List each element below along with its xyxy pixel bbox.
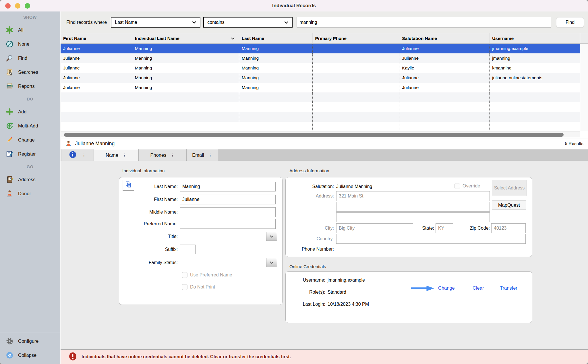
field-select[interactable]: Last Name	[111, 17, 200, 28]
online-credentials-title: Online Credentials	[289, 264, 326, 269]
cell-last-name: Manning	[239, 44, 313, 53]
tab-menu-dots[interactable]: ⋮	[170, 153, 175, 157]
preferred-name-input[interactable]	[180, 219, 276, 229]
horizontal-scrollbar[interactable]	[61, 131, 580, 138]
table-row[interactable]: JulianneManningManningJuliannejmanning.e…	[61, 44, 580, 53]
minimize-window-button[interactable]	[15, 3, 20, 9]
suffix-input[interactable]	[180, 245, 196, 254]
first-name-input[interactable]	[180, 195, 276, 204]
info-icon	[69, 151, 77, 160]
use-preferred-name-checkbox[interactable]	[182, 272, 187, 278]
vertical-scrollbar[interactable]	[580, 44, 588, 131]
sidebar-item-multi-add[interactable]: Multi-Add	[0, 119, 60, 133]
pointer-arrow-icon	[411, 285, 435, 293]
table-row[interactable]: JulianneManningManningKayliekmanning	[61, 63, 580, 73]
transfer-link[interactable]: Transfer	[500, 285, 517, 291]
sidebar-sections: SHOWAllNoneFindSearchesReportsDOAddMulti…	[0, 11, 60, 201]
username-label: Username:	[268, 277, 325, 284]
middle-name-input[interactable]	[180, 207, 276, 217]
country-input[interactable]	[336, 234, 526, 244]
family-status-dropdown-button[interactable]	[266, 258, 277, 267]
sidebar-item-label: Configure	[18, 338, 39, 344]
select-address-button[interactable]: Select Address	[492, 180, 527, 196]
table-header-row: First NameIndividual Last NameLast NameP…	[61, 33, 588, 44]
sidebar-item-address[interactable]: Address	[0, 173, 60, 187]
column-header-first-name[interactable]: First Name	[61, 33, 132, 43]
cell-primary-phone	[313, 122, 400, 131]
change-link[interactable]: Change	[438, 285, 455, 291]
column-header-individual-last-name[interactable]: Individual Last Name	[132, 33, 239, 43]
zoom-window-button[interactable]	[25, 3, 30, 9]
column-header-salutation-name[interactable]: Salutation Name	[399, 33, 490, 43]
table-row-empty	[61, 112, 580, 122]
address-line3-input[interactable]	[336, 212, 490, 222]
cell-username	[490, 102, 580, 112]
tab-label: Name	[106, 152, 118, 158]
sidebar-item-donor[interactable]: Donor	[0, 187, 60, 201]
column-header-label: First Name	[63, 36, 86, 41]
sidebar-item-reports[interactable]: Reports	[0, 79, 60, 93]
tab-menu-dots[interactable]: ⋮	[208, 153, 212, 157]
state-input[interactable]	[436, 223, 453, 233]
sidebar-item-register[interactable]: Register	[0, 147, 60, 161]
table-row[interactable]: JuilanneManningManningJuilanne	[61, 83, 580, 92]
sidebar-item-find[interactable]: Find	[0, 51, 60, 65]
tab-email[interactable]: Email⋮	[187, 149, 218, 161]
title-dropdown-button[interactable]	[266, 232, 277, 241]
sidebar-item-all[interactable]: All	[0, 23, 60, 37]
alert-icon	[68, 352, 78, 362]
suffix-label: Suffix:	[122, 247, 180, 252]
cell-username	[490, 112, 580, 122]
records-table: First NameIndividual Last NameLast NameP…	[61, 33, 588, 138]
sidebar-item-change[interactable]: Change	[0, 133, 60, 147]
sidebar-item-configure[interactable]: Configure	[0, 334, 60, 348]
table-row[interactable]: JulianneManningManningJuliannejulianne.o…	[61, 73, 580, 83]
horizontal-scrollbar-thumb[interactable]	[64, 133, 564, 137]
cell-username: julianne.onlinestatements	[490, 73, 580, 83]
clear-link[interactable]: Clear	[473, 285, 484, 291]
find-button[interactable]: Find	[556, 17, 584, 28]
tab-phones[interactable]: Phones⋮	[139, 149, 187, 161]
address-label: Address:	[287, 193, 334, 200]
search-query-input[interactable]	[297, 17, 551, 28]
sidebar-item-searches[interactable]: Searches	[0, 65, 60, 79]
mapquest-button[interactable]: MapQuest	[492, 200, 526, 210]
address-line1-input[interactable]	[336, 191, 490, 201]
close-window-button[interactable]	[5, 3, 11, 9]
sidebar-item-none[interactable]: None	[0, 37, 60, 51]
last-name-input[interactable]	[180, 182, 276, 191]
last-login-label: Last Login:	[268, 301, 325, 308]
override-label: Override	[463, 183, 480, 189]
sort-chevron-icon	[231, 36, 235, 41]
title-label: Title:	[122, 234, 180, 239]
zip-code-input[interactable]	[491, 223, 526, 233]
column-header-username[interactable]: Username	[490, 33, 580, 43]
do-not-print-checkbox[interactable]	[182, 284, 187, 290]
sidebar-item-label: Change	[18, 137, 35, 143]
operator-select-value: contains	[207, 20, 284, 25]
tab-info[interactable]: ⋮	[61, 149, 94, 161]
column-header-primary-phone[interactable]: Primary Phone	[313, 33, 400, 43]
none-icon	[5, 40, 14, 48]
address-line2-input[interactable]	[336, 202, 490, 212]
column-header-label: Last Name	[242, 36, 264, 41]
cell-primary-phone	[313, 53, 400, 63]
do-not-print-label: Do Not Print	[190, 284, 215, 290]
override-checkbox[interactable]	[454, 183, 460, 189]
warning-message: Individuals that have online credentials…	[82, 354, 291, 359]
city-input[interactable]	[336, 223, 413, 233]
column-header-last-name[interactable]: Last Name	[239, 33, 313, 43]
sidebar-item-collapse[interactable]: Collapse	[0, 348, 60, 362]
record-detail: Individual Information Last Name: First …	[61, 161, 588, 349]
tab-menu-dots[interactable]: ⋮	[82, 153, 86, 157]
operator-select[interactable]: contains	[203, 17, 293, 28]
first-name-label: First Name:	[122, 197, 180, 202]
tab-name[interactable]: Name⋮	[94, 149, 139, 161]
cell-first-name: Julianne	[61, 44, 132, 53]
sidebar: SHOWAllNoneFindSearchesReportsDOAddMulti…	[0, 11, 60, 364]
tab-menu-dots[interactable]: ⋮	[122, 153, 127, 157]
sidebar-item-add[interactable]: Add	[0, 105, 60, 119]
sidebar-item-label: All	[18, 27, 23, 33]
sidebar-item-label: Add	[18, 109, 26, 115]
table-row[interactable]: JulianneManningManningJuliannejmanning	[61, 53, 580, 63]
